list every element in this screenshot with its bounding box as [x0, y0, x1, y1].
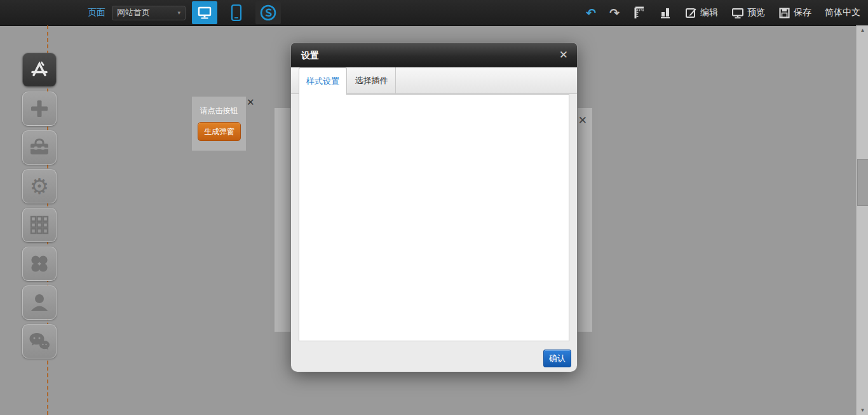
mobile-phone-icon: [229, 4, 243, 22]
confirm-button[interactable]: 确认: [543, 350, 571, 367]
link-mode-button[interactable]: [255, 1, 281, 24]
sidebar-item-plugins[interactable]: [22, 247, 57, 281]
sidebar-item-wechat[interactable]: [22, 324, 57, 358]
tab-style-settings[interactable]: 样式设置: [299, 67, 347, 95]
edit-label: 编辑: [700, 7, 718, 18]
preview-button[interactable]: 预览: [731, 7, 765, 19]
popup-trigger-widget[interactable]: 请点击按钮 生成弹窗: [192, 97, 246, 151]
ruler-icon[interactable]: [633, 6, 646, 20]
tab-choose-plugin[interactable]: 选择插件: [348, 67, 396, 94]
dialog-header[interactable]: 设置 ✕: [291, 43, 577, 67]
undo-icon[interactable]: ↶: [586, 6, 596, 20]
chevron-down-icon: ▾: [177, 10, 180, 16]
widget-text: 请点击按钮: [192, 105, 246, 116]
clover-icon: [29, 254, 50, 274]
grid-icon: [29, 215, 50, 235]
desktop-view-button[interactable]: [192, 1, 217, 24]
save-label: 保存: [794, 7, 811, 18]
sidebar-item-settings[interactable]: ⚙: [22, 169, 57, 203]
preview-label: 预览: [747, 7, 765, 18]
edit-pencil-icon: [685, 7, 697, 19]
scroll-up-icon[interactable]: ▲: [857, 25, 868, 35]
language-button[interactable]: 简体中文: [825, 7, 860, 18]
page-selector-group: 页面 网站首页 ▾: [88, 0, 281, 25]
dialog-title: 设置: [301, 43, 319, 67]
top-toolbar: 页面 网站首页 ▾ ↶ ↷: [0, 0, 868, 26]
sidebar-item-user[interactable]: [22, 285, 57, 320]
save-floppy-icon: [778, 7, 790, 19]
vertical-scrollbar[interactable]: ▲ ▼: [856, 25, 868, 415]
preview-monitor-icon: [731, 7, 744, 19]
gear-icon: ⚙: [30, 170, 49, 203]
scroll-down-icon[interactable]: ▼: [857, 405, 868, 415]
add-icon: [29, 99, 50, 119]
page-builder-app: 页面 网站首页 ▾ ↶ ↷: [0, 0, 868, 415]
scrollbar-thumb[interactable]: [857, 159, 868, 206]
mobile-view-button[interactable]: [224, 1, 249, 24]
redo-icon[interactable]: ↷: [609, 6, 620, 20]
wechat-icon: [28, 331, 51, 351]
generate-popup-button[interactable]: 生成弹窗: [198, 122, 241, 141]
dialog-tab-bar: 样式设置 选择插件: [291, 67, 577, 94]
toolbox-icon: [29, 138, 50, 157]
style-settings-panel: [299, 94, 569, 341]
app-design-icon: [28, 58, 51, 81]
page-dropdown-value: 网站首页: [117, 7, 150, 18]
align-bars-icon[interactable]: [659, 6, 672, 19]
settings-dialog: 设置 ✕ 样式设置 选择插件 弹窗容器设置: 容器大小: 宽 高 容器位置: 遮…: [291, 43, 577, 372]
sidebar-item-modules[interactable]: [22, 208, 57, 242]
toolbar-actions: ↶ ↷ 编辑 预览: [586, 0, 860, 25]
user-icon: [29, 292, 50, 313]
widget-close-icon[interactable]: ✕: [247, 97, 255, 108]
save-button[interactable]: 保存: [778, 7, 811, 19]
edit-button[interactable]: 编辑: [685, 7, 718, 19]
page-label: 页面: [88, 7, 105, 18]
preview-close-icon[interactable]: ✕: [578, 114, 587, 127]
page-dropdown[interactable]: 网站首页 ▾: [112, 6, 186, 20]
desktop-monitor-icon: [197, 5, 212, 20]
sidebar-item-add[interactable]: [22, 92, 57, 126]
sidebar-item-app-design[interactable]: [22, 53, 57, 87]
s-link-icon: [259, 3, 278, 22]
dialog-close-icon[interactable]: ✕: [559, 43, 568, 67]
sidebar-item-toolbox[interactable]: [22, 130, 57, 165]
